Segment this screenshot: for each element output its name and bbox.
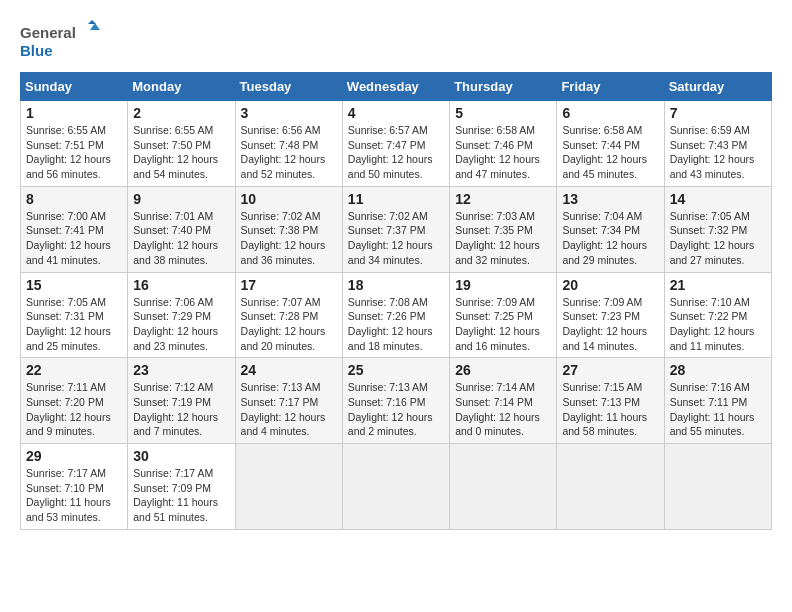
calendar-day-20: 20 Sunrise: 7:09 AMSunset: 7:23 PMDaylig…	[557, 272, 664, 358]
day-number: 20	[562, 277, 658, 293]
calendar-day-1: 1 Sunrise: 6:55 AMSunset: 7:51 PMDayligh…	[21, 101, 128, 187]
calendar-day-21: 21 Sunrise: 7:10 AMSunset: 7:22 PMDaylig…	[664, 272, 771, 358]
calendar-day-empty	[235, 444, 342, 530]
day-info: Sunrise: 7:11 AMSunset: 7:20 PMDaylight:…	[26, 381, 111, 437]
calendar-day-19: 19 Sunrise: 7:09 AMSunset: 7:25 PMDaylig…	[450, 272, 557, 358]
day-info: Sunrise: 6:58 AMSunset: 7:46 PMDaylight:…	[455, 124, 540, 180]
calendar-week-row: 1 Sunrise: 6:55 AMSunset: 7:51 PMDayligh…	[21, 101, 772, 187]
day-number: 27	[562, 362, 658, 378]
weekday-header-wednesday: Wednesday	[342, 73, 449, 101]
day-info: Sunrise: 6:55 AMSunset: 7:50 PMDaylight:…	[133, 124, 218, 180]
calendar-day-11: 11 Sunrise: 7:02 AMSunset: 7:37 PMDaylig…	[342, 186, 449, 272]
day-number: 18	[348, 277, 444, 293]
day-number: 10	[241, 191, 337, 207]
calendar-week-row: 29 Sunrise: 7:17 AMSunset: 7:10 PMDaylig…	[21, 444, 772, 530]
calendar-day-empty	[450, 444, 557, 530]
day-info: Sunrise: 7:08 AMSunset: 7:26 PMDaylight:…	[348, 296, 433, 352]
calendar-day-25: 25 Sunrise: 7:13 AMSunset: 7:16 PMDaylig…	[342, 358, 449, 444]
calendar-day-12: 12 Sunrise: 7:03 AMSunset: 7:35 PMDaylig…	[450, 186, 557, 272]
calendar-day-empty	[664, 444, 771, 530]
day-number: 16	[133, 277, 229, 293]
logo-icon: General Blue	[20, 20, 100, 62]
svg-text:General: General	[20, 24, 76, 41]
calendar-day-6: 6 Sunrise: 6:58 AMSunset: 7:44 PMDayligh…	[557, 101, 664, 187]
day-number: 15	[26, 277, 122, 293]
page-header: General Blue	[20, 20, 772, 62]
day-info: Sunrise: 7:02 AMSunset: 7:38 PMDaylight:…	[241, 210, 326, 266]
day-info: Sunrise: 7:05 AMSunset: 7:31 PMDaylight:…	[26, 296, 111, 352]
calendar-week-row: 15 Sunrise: 7:05 AMSunset: 7:31 PMDaylig…	[21, 272, 772, 358]
calendar-table: SundayMondayTuesdayWednesdayThursdayFrid…	[20, 72, 772, 530]
day-number: 2	[133, 105, 229, 121]
calendar-day-empty	[342, 444, 449, 530]
day-number: 24	[241, 362, 337, 378]
calendar-day-4: 4 Sunrise: 6:57 AMSunset: 7:47 PMDayligh…	[342, 101, 449, 187]
day-number: 30	[133, 448, 229, 464]
calendar-day-8: 8 Sunrise: 7:00 AMSunset: 7:41 PMDayligh…	[21, 186, 128, 272]
day-number: 7	[670, 105, 766, 121]
calendar-day-29: 29 Sunrise: 7:17 AMSunset: 7:10 PMDaylig…	[21, 444, 128, 530]
calendar-day-18: 18 Sunrise: 7:08 AMSunset: 7:26 PMDaylig…	[342, 272, 449, 358]
day-number: 21	[670, 277, 766, 293]
weekday-header-monday: Monday	[128, 73, 235, 101]
day-number: 12	[455, 191, 551, 207]
calendar-day-9: 9 Sunrise: 7:01 AMSunset: 7:40 PMDayligh…	[128, 186, 235, 272]
day-info: Sunrise: 7:14 AMSunset: 7:14 PMDaylight:…	[455, 381, 540, 437]
day-number: 14	[670, 191, 766, 207]
calendar-day-15: 15 Sunrise: 7:05 AMSunset: 7:31 PMDaylig…	[21, 272, 128, 358]
weekday-header-thursday: Thursday	[450, 73, 557, 101]
calendar-day-14: 14 Sunrise: 7:05 AMSunset: 7:32 PMDaylig…	[664, 186, 771, 272]
calendar-day-30: 30 Sunrise: 7:17 AMSunset: 7:09 PMDaylig…	[128, 444, 235, 530]
day-info: Sunrise: 7:12 AMSunset: 7:19 PMDaylight:…	[133, 381, 218, 437]
calendar-day-24: 24 Sunrise: 7:13 AMSunset: 7:17 PMDaylig…	[235, 358, 342, 444]
calendar-day-27: 27 Sunrise: 7:15 AMSunset: 7:13 PMDaylig…	[557, 358, 664, 444]
day-number: 26	[455, 362, 551, 378]
day-number: 8	[26, 191, 122, 207]
day-info: Sunrise: 7:16 AMSunset: 7:11 PMDaylight:…	[670, 381, 755, 437]
day-info: Sunrise: 6:56 AMSunset: 7:48 PMDaylight:…	[241, 124, 326, 180]
weekday-header-saturday: Saturday	[664, 73, 771, 101]
day-number: 1	[26, 105, 122, 121]
day-info: Sunrise: 7:03 AMSunset: 7:35 PMDaylight:…	[455, 210, 540, 266]
day-number: 25	[348, 362, 444, 378]
weekday-header-tuesday: Tuesday	[235, 73, 342, 101]
day-info: Sunrise: 6:59 AMSunset: 7:43 PMDaylight:…	[670, 124, 755, 180]
calendar-day-13: 13 Sunrise: 7:04 AMSunset: 7:34 PMDaylig…	[557, 186, 664, 272]
calendar-week-row: 22 Sunrise: 7:11 AMSunset: 7:20 PMDaylig…	[21, 358, 772, 444]
weekday-header-row: SundayMondayTuesdayWednesdayThursdayFrid…	[21, 73, 772, 101]
day-info: Sunrise: 7:10 AMSunset: 7:22 PMDaylight:…	[670, 296, 755, 352]
calendar-day-22: 22 Sunrise: 7:11 AMSunset: 7:20 PMDaylig…	[21, 358, 128, 444]
day-info: Sunrise: 7:09 AMSunset: 7:25 PMDaylight:…	[455, 296, 540, 352]
day-info: Sunrise: 7:09 AMSunset: 7:23 PMDaylight:…	[562, 296, 647, 352]
day-number: 28	[670, 362, 766, 378]
calendar-day-17: 17 Sunrise: 7:07 AMSunset: 7:28 PMDaylig…	[235, 272, 342, 358]
day-number: 23	[133, 362, 229, 378]
day-number: 9	[133, 191, 229, 207]
day-number: 19	[455, 277, 551, 293]
calendar-day-23: 23 Sunrise: 7:12 AMSunset: 7:19 PMDaylig…	[128, 358, 235, 444]
weekday-header-sunday: Sunday	[21, 73, 128, 101]
logo: General Blue	[20, 20, 100, 62]
day-number: 29	[26, 448, 122, 464]
day-info: Sunrise: 7:07 AMSunset: 7:28 PMDaylight:…	[241, 296, 326, 352]
day-info: Sunrise: 7:17 AMSunset: 7:09 PMDaylight:…	[133, 467, 218, 523]
day-info: Sunrise: 7:13 AMSunset: 7:16 PMDaylight:…	[348, 381, 433, 437]
calendar-day-10: 10 Sunrise: 7:02 AMSunset: 7:38 PMDaylig…	[235, 186, 342, 272]
day-info: Sunrise: 6:57 AMSunset: 7:47 PMDaylight:…	[348, 124, 433, 180]
svg-marker-3	[90, 23, 100, 30]
day-number: 13	[562, 191, 658, 207]
day-info: Sunrise: 6:58 AMSunset: 7:44 PMDaylight:…	[562, 124, 647, 180]
day-number: 5	[455, 105, 551, 121]
day-info: Sunrise: 7:00 AMSunset: 7:41 PMDaylight:…	[26, 210, 111, 266]
calendar-day-2: 2 Sunrise: 6:55 AMSunset: 7:50 PMDayligh…	[128, 101, 235, 187]
day-number: 4	[348, 105, 444, 121]
day-info: Sunrise: 7:01 AMSunset: 7:40 PMDaylight:…	[133, 210, 218, 266]
day-info: Sunrise: 7:04 AMSunset: 7:34 PMDaylight:…	[562, 210, 647, 266]
calendar-week-row: 8 Sunrise: 7:00 AMSunset: 7:41 PMDayligh…	[21, 186, 772, 272]
day-number: 17	[241, 277, 337, 293]
day-info: Sunrise: 6:55 AMSunset: 7:51 PMDaylight:…	[26, 124, 111, 180]
day-info: Sunrise: 7:05 AMSunset: 7:32 PMDaylight:…	[670, 210, 755, 266]
day-number: 6	[562, 105, 658, 121]
calendar-day-7: 7 Sunrise: 6:59 AMSunset: 7:43 PMDayligh…	[664, 101, 771, 187]
day-info: Sunrise: 7:06 AMSunset: 7:29 PMDaylight:…	[133, 296, 218, 352]
